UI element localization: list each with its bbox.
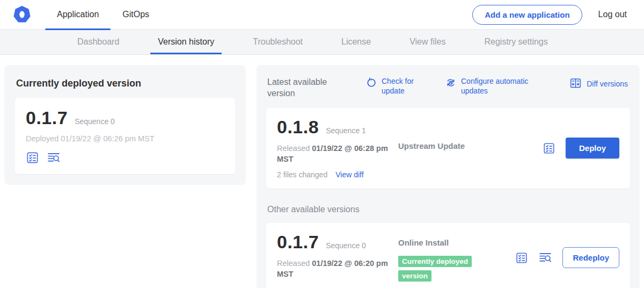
check-for-update-link[interactable]: Check for update — [366, 77, 423, 96]
latest-version-card: 0.1.8 Sequence 1 Released 01/19/22 @ 06:… — [266, 108, 630, 189]
subnav-tab-dashboard-label: Dashboard — [77, 37, 119, 47]
other-version-number: 0.1.7 — [277, 233, 319, 251]
currently-deployed-title: Currently deployed version — [16, 78, 235, 89]
configure-automatic-updates-label: Configure automatic updates — [461, 77, 551, 96]
other-available-versions-title: Other available versions — [267, 205, 629, 214]
configure-automatic-updates-link[interactable]: Configure automatic updates — [445, 77, 551, 96]
other-released-timestamp: Released 01/19/22 @ 06:20 pm MST — [277, 258, 394, 280]
preflight-checklist-icon[interactable] — [26, 151, 39, 164]
top-navbar: Application GitOps Add a new application… — [0, 0, 644, 30]
preflight-checklist-icon[interactable] — [543, 142, 555, 155]
logout-link[interactable]: Log out — [598, 10, 627, 19]
preflight-checklist-icon[interactable] — [515, 251, 528, 264]
other-version-source-block: Online Install Currently deployed versio… — [395, 233, 480, 283]
deployed-version-number: 0.1.7 — [26, 109, 68, 127]
latest-sequence-label: Sequence 1 — [326, 126, 366, 135]
redeploy-button[interactable]: Redeploy — [562, 247, 619, 268]
subnav-tab-dashboard[interactable]: Dashboard — [76, 30, 120, 54]
subnav-tab-view-files-label: View files — [409, 37, 445, 47]
app-subnav: Dashboard Version history Troubleshoot L… — [0, 30, 644, 55]
subnav-tab-troubleshoot-label: Troubleshoot — [253, 37, 303, 47]
other-version-card: 0.1.7 Sequence 0 Released 01/19/22 @ 06:… — [266, 223, 630, 288]
latest-released-timestamp: Released 01/19/22 @ 06:28 pm MST — [277, 143, 394, 165]
released-prefix: Released — [277, 144, 312, 153]
nav-tab-gitops[interactable]: GitOps — [111, 0, 161, 30]
view-logs-icon[interactable] — [538, 251, 552, 264]
latest-version-number: 0.1.8 — [277, 118, 319, 136]
diff-versions-label: Diff versions — [587, 80, 628, 89]
add-new-application-button[interactable]: Add a new application — [472, 5, 582, 25]
other-version-source: Online Install — [398, 238, 480, 247]
subnav-tab-version-history-label: Version history — [158, 37, 214, 47]
latest-version-source: Upstream Update — [398, 141, 465, 150]
deploy-button[interactable]: Deploy — [566, 138, 619, 159]
subnav-tab-license[interactable]: License — [340, 30, 372, 54]
subnav-tab-registry-settings[interactable]: Registry settings — [483, 30, 548, 54]
released-prefix: Released — [277, 259, 312, 268]
subnav-tab-license-label: License — [341, 37, 371, 47]
view-diff-link[interactable]: View diff — [335, 170, 363, 179]
deployed-sequence-label: Sequence 0 — [75, 117, 115, 126]
currently-deployed-panel: Currently deployed version 0.1.7 Sequenc… — [4, 65, 246, 185]
view-logs-icon[interactable] — [47, 151, 61, 164]
deployed-timestamp: Deployed 01/19/22 @ 06:26 pm MST — [26, 134, 224, 143]
check-for-update-label: Check for update — [382, 77, 423, 96]
diff-versions-link[interactable]: Diff versions — [569, 77, 628, 92]
subnav-tab-troubleshoot[interactable]: Troubleshoot — [252, 30, 304, 54]
subnav-tab-version-history[interactable]: Version history — [157, 30, 215, 54]
refresh-icon — [366, 77, 377, 91]
main-content: Currently deployed version 0.1.7 Sequenc… — [0, 55, 644, 288]
subnav-tab-view-files[interactable]: View files — [408, 30, 447, 54]
files-changed-label: 2 files changed — [277, 170, 327, 179]
subnav-tab-registry-settings-label: Registry settings — [484, 37, 547, 47]
available-versions-panel: Latest available version Check for updat… — [257, 65, 640, 288]
currently-deployed-badge: Currently deployed version — [398, 256, 472, 282]
nav-tab-application-label: Application — [57, 10, 99, 19]
nav-tab-gitops-label: GitOps — [122, 10, 149, 19]
deployed-version-card: 0.1.7 Sequence 0 Deployed 01/19/22 @ 06:… — [15, 98, 235, 174]
diff-icon — [569, 77, 582, 92]
other-sequence-label: Sequence 0 — [326, 241, 366, 250]
auto-update-clock-icon — [445, 77, 456, 91]
app-logo-icon — [13, 5, 31, 24]
latest-available-title: Latest available version — [267, 77, 348, 99]
nav-tab-application[interactable]: Application — [45, 0, 111, 30]
